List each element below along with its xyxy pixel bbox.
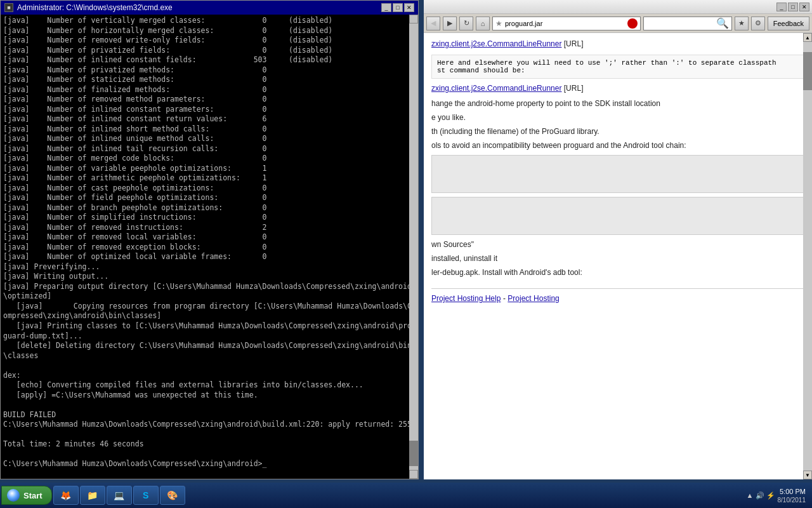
content-text-9: ler-debug.apk. Install with Android's ad…	[431, 267, 804, 278]
back-button[interactable]: ◀	[426, 17, 440, 30]
taskbar: Start 🦊 📁 💻 S 🎨 ▲ 🔊 ⚡ 5:00 PM 8/10/2011	[0, 483, 812, 508]
cmd-scroll-up-button[interactable]: ▲	[409, 15, 418, 23]
browser-scrollbar[interactable]: ▲ ▼	[803, 33, 812, 479]
address-text: proguard.jar	[505, 20, 625, 27]
content-text-6: ols to avoid an incompatibility between …	[431, 140, 804, 151]
speaker-tray-icon: 🔊	[756, 491, 764, 500]
cmd-maximize-button[interactable]: □	[393, 3, 403, 12]
browser-titlebar: _ □ ✕	[424, 0, 812, 14]
code-text-1: Here and elsewhere you will need to use …	[437, 59, 776, 67]
bookmark-icon: ★	[495, 19, 502, 28]
browser-window: _ □ ✕ ◀ ▶ ↻ ⌂ ★ proguard.jar 🔍 ★ ⚙ Feedb…	[424, 0, 812, 479]
search-input[interactable]	[646, 20, 716, 27]
address-bar[interactable]: ★ proguard.jar	[492, 17, 641, 30]
cmd-scroll-thumb[interactable]	[409, 441, 418, 466]
cmd-title-text: Administrator: C:\Windows\system32\cmd.e…	[17, 3, 173, 12]
cmd-icon: 💻	[112, 488, 126, 502]
content-text-4: e you like.	[431, 112, 804, 123]
power-tray-icon: ⚡	[766, 491, 775, 500]
windows-orb-icon	[7, 489, 20, 502]
content-text-7: wn Sources"	[431, 239, 804, 250]
tray-clock: 5:00 PM 8/10/2011	[778, 487, 806, 503]
link2-suffix: [URL]	[561, 84, 583, 93]
browser-scroll-down-button[interactable]: ▼	[803, 471, 812, 479]
refresh-button[interactable]: ↻	[459, 17, 473, 30]
content-block-2	[431, 197, 804, 235]
tools-button[interactable]: ⚙	[751, 17, 765, 30]
tray-date: 8/10/2011	[778, 497, 806, 504]
cmd-window: ■ Administrator: C:\Windows\system32\cmd…	[0, 0, 419, 479]
start-button[interactable]: Start	[1, 486, 52, 505]
browser-window-controls: _ □ ✕	[776, 3, 809, 11]
firefox-icon: 🦊	[59, 488, 73, 502]
browser-scroll-thumb[interactable]	[803, 52, 812, 90]
cmd-titlebar: ■ Administrator: C:\Windows\system32\cmd…	[1, 1, 418, 15]
cmd-titlebar-left: ■ Administrator: C:\Windows\system32\cmd…	[4, 3, 173, 12]
cmd-output: [java] Number of vertically merged class…	[3, 16, 416, 469]
browser-minimize-button[interactable]: _	[776, 3, 787, 11]
cmd-content-area: [java] Number of vertically merged class…	[1, 15, 418, 479]
command-runner-link-2[interactable]: zxing.client.j2se.CommandLineRunner	[431, 84, 561, 93]
taskbar-app-cmd[interactable]: 💻	[107, 486, 132, 505]
browser-scroll-up-button[interactable]: ▲	[803, 33, 812, 42]
cmd-scroll-down-button[interactable]: ▼	[409, 470, 418, 479]
code-block-1: Here and elsewhere you will need to use …	[431, 55, 804, 79]
skype-icon: S	[139, 488, 153, 502]
cmd-title-icon: ■	[4, 3, 13, 12]
forward-button[interactable]: ▶	[443, 17, 457, 30]
content-block-1	[431, 155, 804, 193]
cmd-window-controls: _ □ ✕	[381, 3, 414, 12]
code-text-2: st command should be:	[437, 67, 525, 74]
taskbar-app-folder[interactable]: 📁	[80, 486, 105, 505]
browser-close-button[interactable]: ✕	[799, 3, 809, 11]
browser-content-area: zxing.client.j2se.CommandLineRunner [URL…	[424, 33, 812, 479]
network-tray-icon: ▲	[747, 491, 754, 499]
content-text-5: th (including the filename) of the ProGu…	[431, 126, 804, 137]
tray-time: 5:00 PM	[778, 487, 806, 496]
taskbar-app-firefox[interactable]: 🦊	[53, 486, 79, 505]
project-hosting-help-link[interactable]: Project Hosting Help	[431, 294, 501, 303]
content-text-3: hange the android-home property to point…	[431, 98, 804, 109]
cmd-minimize-button[interactable]: _	[381, 3, 391, 12]
system-tray: ▲ 🔊 ⚡ 5:00 PM 8/10/2011	[742, 483, 811, 508]
tray-icons: ▲ 🔊 ⚡	[747, 491, 775, 500]
folder-icon: 📁	[86, 488, 100, 502]
start-label: Start	[23, 491, 43, 500]
browser-maximize-button[interactable]: □	[788, 3, 798, 11]
taskbar-app-paint[interactable]: 🎨	[160, 486, 185, 505]
link1-suffix: [URL]	[561, 39, 583, 48]
cmd-scrollbar[interactable]: ▲ ▼	[409, 15, 418, 479]
search-icon: 🔍	[716, 17, 729, 29]
content-text-8: installed, uninstall it	[431, 253, 804, 264]
address-bar-go-icon	[627, 18, 638, 29]
favorites-button[interactable]: ★	[735, 17, 749, 30]
command-runner-link-1[interactable]: zxing.client.j2se.CommandLineRunner	[431, 39, 561, 48]
home-button[interactable]: ⌂	[476, 17, 490, 30]
taskbar-app-skype[interactable]: S	[133, 486, 159, 505]
cmd-close-button[interactable]: ✕	[404, 3, 414, 12]
search-box[interactable]: 🔍	[643, 17, 732, 30]
feedback-button[interactable]: Feedback	[768, 17, 809, 30]
paint-icon: 🎨	[166, 488, 180, 502]
browser-toolbar: ◀ ▶ ↻ ⌂ ★ proguard.jar 🔍 ★ ⚙ Feedback	[424, 14, 812, 33]
project-hosting-link[interactable]: Project Hosting	[508, 294, 559, 303]
